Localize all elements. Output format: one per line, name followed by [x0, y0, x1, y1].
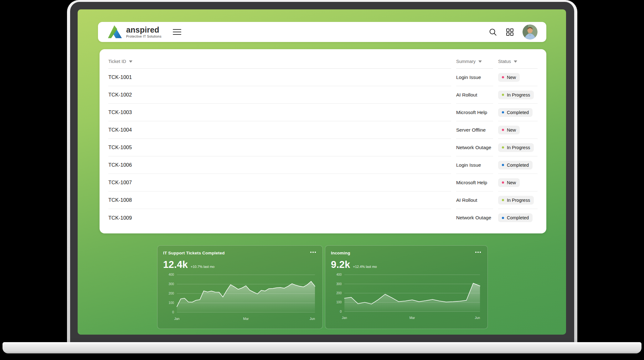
status-label: New — [507, 75, 516, 80]
table-body: TCK-1001 Login Issue New TCK-1002 AI Rol… — [108, 69, 538, 227]
apps-grid-icon[interactable] — [506, 28, 514, 36]
app-header: anspired Protective IT Solutions — [98, 22, 546, 42]
summary-cell: Microsoft Help — [456, 104, 493, 121]
ticket-id-cell: TCK-1008 — [108, 191, 451, 209]
ticket-id-cell: TCK-1004 — [108, 121, 451, 139]
svg-text:Jan: Jan — [174, 317, 179, 321]
status-dot-icon — [502, 129, 504, 131]
area-chart: 0100200300400JanMarJun — [163, 272, 317, 322]
status-dot-icon — [502, 76, 504, 78]
svg-text:Jun: Jun — [475, 316, 480, 320]
status-badge: Completed — [498, 161, 533, 170]
hamburger-menu-icon[interactable] — [172, 28, 183, 36]
svg-text:Mar: Mar — [243, 317, 249, 321]
table-row[interactable]: TCK-1006 Login Issue Completed — [108, 156, 538, 174]
ticket-id-cell: TCK-1001 — [108, 69, 451, 86]
laptop-mockup: anspired Protective IT Solutions — [0, 0, 644, 360]
svg-text:Jan: Jan — [342, 316, 347, 320]
svg-text:200: 200 — [168, 292, 174, 295]
ticket-id-cell: TCK-1002 — [108, 86, 451, 104]
column-label: Status — [498, 59, 511, 64]
card-menu-ellipsis-icon[interactable] — [474, 251, 482, 254]
screen: anspired Protective IT Solutions — [78, 9, 566, 335]
laptop-base — [3, 342, 641, 353]
status-label: New — [507, 128, 516, 133]
svg-text:100: 100 — [168, 301, 174, 305]
status-label: In Progress — [507, 198, 530, 203]
status-label: Completed — [507, 163, 529, 168]
area-chart: 0100200300400JanMarJun — [331, 272, 482, 321]
status-badge: Completed — [498, 108, 533, 117]
svg-text:0: 0 — [172, 310, 174, 314]
brand-name: anspired — [126, 26, 162, 34]
status-label: In Progress — [507, 92, 530, 97]
ticket-id-cell: TCK-1005 — [108, 139, 451, 156]
header-actions — [489, 24, 546, 39]
table-row[interactable]: TCK-1009 Network Outage Completed — [108, 209, 538, 227]
brand-text: anspired Protective IT Solutions — [126, 26, 162, 38]
table-row[interactable]: TCK-1003 Microsoft Help Completed — [108, 104, 538, 121]
chart-kpi-value: 9.2k — [331, 259, 350, 270]
table-header-row: Ticket ID Summary Status — [108, 54, 538, 69]
svg-text:400: 400 — [336, 273, 342, 276]
column-header-summary[interactable]: Summary — [456, 54, 493, 69]
ticket-id-cell: TCK-1003 — [108, 104, 451, 121]
status-dot-icon — [502, 199, 504, 201]
table-row[interactable]: TCK-1007 Microsoft Help New — [108, 174, 538, 191]
status-badge: In Progress — [498, 91, 534, 99]
chart-card-incoming: Incoming 9.2k +12.4% last mo 01002003004… — [325, 245, 488, 329]
status-cell: New — [498, 69, 538, 86]
svg-text:Jun: Jun — [310, 317, 315, 321]
ticket-id-cell: TCK-1006 — [108, 156, 451, 174]
status-cell: New — [498, 174, 538, 191]
status-label: Completed — [507, 215, 529, 220]
chart-kpi-delta: +12.4% last mo — [353, 265, 377, 269]
brand-mark-icon — [107, 24, 122, 40]
sort-icon — [478, 60, 482, 63]
brand-logo[interactable]: anspired Protective IT Solutions — [107, 24, 162, 40]
status-cell: New — [498, 121, 538, 139]
status-label: In Progress — [507, 145, 530, 150]
sort-icon — [514, 60, 517, 63]
status-badge: In Progress — [498, 196, 534, 205]
card-menu-ellipsis-icon[interactable] — [309, 251, 317, 254]
status-dot-icon — [502, 146, 504, 149]
brand-tagline: Protective IT Solutions — [126, 35, 162, 38]
svg-text:100: 100 — [336, 300, 342, 304]
summary-cell: Microsoft Help — [456, 174, 493, 191]
chart-kpi-delta: +10.7% last mo — [191, 265, 214, 269]
chart-title: Incoming — [331, 251, 350, 255]
summary-cell: Login Issue — [456, 156, 493, 174]
table-row[interactable]: TCK-1008 AI Rollout In Progress — [108, 191, 538, 209]
chart-kpi-value: 12.4k — [163, 259, 188, 270]
ticket-id-cell: TCK-1009 — [108, 209, 451, 227]
table-row[interactable]: TCK-1001 Login Issue New — [108, 69, 538, 86]
svg-text:Mar: Mar — [410, 316, 415, 320]
status-label: New — [507, 180, 516, 185]
chart-card-completed: IT Support Tickets Completed 12.4k +10.7… — [157, 245, 323, 329]
summary-cell: Network Outage — [456, 209, 493, 227]
tickets-table-card: Ticket ID Summary Status TCK-1001 Login … — [100, 49, 546, 233]
status-dot-icon — [502, 94, 504, 96]
status-dot-icon — [502, 217, 504, 219]
status-badge: In Progress — [498, 143, 534, 152]
table-row[interactable]: TCK-1004 Server Offline New — [108, 121, 538, 139]
status-dot-icon — [502, 164, 504, 166]
column-header-ticket-id[interactable]: Ticket ID — [108, 54, 451, 69]
column-header-status[interactable]: Status — [498, 54, 538, 69]
status-cell: In Progress — [498, 139, 538, 156]
summary-cell: Login Issue — [456, 69, 493, 86]
status-badge: Completed — [498, 213, 533, 222]
column-label: Summary — [456, 59, 476, 64]
status-label: Completed — [507, 110, 529, 115]
user-avatar[interactable] — [523, 24, 538, 39]
status-badge: New — [498, 126, 520, 134]
search-icon[interactable] — [489, 28, 497, 36]
table-row[interactable]: TCK-1005 Network Outage In Progress — [108, 139, 538, 156]
svg-text:300: 300 — [168, 282, 174, 286]
summary-cell: AI Rollout — [456, 191, 493, 209]
table-row[interactable]: TCK-1002 AI Rollout In Progress — [108, 86, 538, 104]
status-cell: Completed — [498, 104, 538, 121]
svg-text:200: 200 — [336, 291, 342, 295]
status-cell: In Progress — [498, 86, 538, 104]
